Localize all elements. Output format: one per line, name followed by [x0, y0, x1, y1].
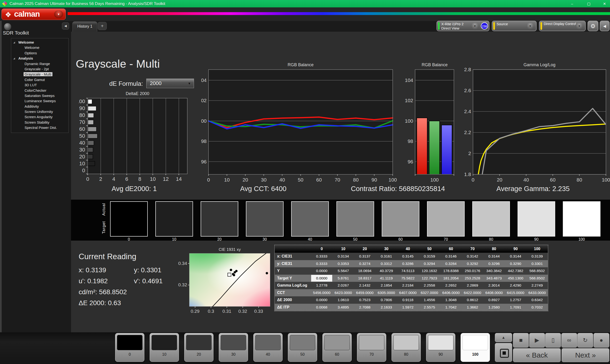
calman-menu-button[interactable]: ❖ calman ▼	[1, 9, 66, 20]
swatch-80	[472, 201, 510, 236]
sidebar-item-additivity[interactable]: Additivity	[11, 104, 68, 109]
refresh-button[interactable]: ↻	[577, 333, 593, 348]
close-button[interactable]: ✕	[599, 0, 610, 7]
svg-text:10: 10	[224, 177, 230, 182]
sidebar-item-welcome[interactable]: Welcome	[11, 45, 68, 50]
table-cell: 5.5647	[332, 267, 354, 275]
sidebar-item-grayscale-2pt[interactable]: Grayscale - 2pt	[11, 66, 68, 72]
swatch-30	[246, 201, 284, 236]
maximize-button[interactable]: ▢	[583, 0, 594, 7]
svg-text:0.33: 0.33	[254, 309, 263, 314]
reading-luminance: cd/m²: 568.8502	[79, 288, 127, 296]
sidebar-item-options[interactable]: Options	[11, 51, 68, 56]
sidebar-item-saturation-sweeps[interactable]: Saturation Sweeps	[11, 93, 68, 98]
table-cell: 2.2184	[397, 282, 419, 289]
tree-expander-icon[interactable]: ◢	[13, 56, 15, 61]
next-button[interactable]: Next »	[562, 348, 609, 362]
source-dropdown[interactable]: Source ▼	[492, 21, 537, 31]
sidebar-item-colorchecker[interactable]: ColorChecker	[11, 88, 68, 93]
svg-text:0: 0	[472, 177, 474, 182]
sidebar-item-welcome[interactable]: ◢Welcome	[11, 40, 68, 45]
meter-dropdown[interactable]: X-Rite i1Pro 2 Direct View ▼ 238	[437, 21, 489, 31]
table-cell: 1.2580	[483, 304, 505, 311]
patch-button-40[interactable]: 40	[253, 333, 283, 362]
svg-text:70: 70	[79, 119, 85, 125]
patch-label: 70	[357, 352, 386, 357]
sidebar-item-screen-uniformity[interactable]: Screen Uniformity	[11, 109, 68, 114]
sidebar-item-3d-lut[interactable]: 3D LUT	[11, 82, 68, 88]
patch-button-20[interactable]: 20	[184, 333, 213, 362]
calman-dropdown-icon[interactable]: ▼	[54, 11, 63, 18]
patch-panel-up-button[interactable]: ▲	[495, 333, 512, 342]
sidebar-item-analysis[interactable]: ◢Analysis	[11, 56, 68, 61]
patch-button-50[interactable]: 50	[288, 333, 317, 362]
add-tab-button[interactable]: +	[98, 22, 107, 30]
chevron-down-icon[interactable]: ▼	[526, 23, 534, 29]
play-button[interactable]: ▶	[529, 333, 545, 348]
table-cell: 2.0267	[332, 282, 354, 289]
de-formula-dropdown[interactable]: 2000 ▼	[146, 78, 194, 88]
sidebar-item-screen-stability[interactable]: Screen Stability	[11, 120, 68, 125]
stat-avg-cct: Avg CCT: 6400	[201, 185, 325, 193]
gear-icon: ⚙	[590, 23, 596, 29]
table-cell: 0.3296	[483, 260, 505, 268]
continuous-button[interactable]: ∞	[561, 333, 577, 348]
sidebar-item-grayscale-multi[interactable]: Grayscale - Multi	[11, 72, 68, 77]
sidebar-item-luminance-sweeps[interactable]: Luminance Sweeps	[11, 98, 68, 104]
display-control-dropdown[interactable]: Direct Display Control ▼	[539, 21, 586, 31]
svg-text:30: 30	[79, 147, 85, 153]
header-row: ❖ calman ▼	[0, 7, 610, 21]
table-column-header: 50	[419, 245, 440, 253]
svg-text:100: 100	[389, 177, 397, 182]
svg-text:96: 96	[408, 159, 413, 164]
table-cell: 0.3146	[440, 253, 462, 260]
meter-device-name: X-Rite i1Pro 2	[441, 22, 464, 26]
patch-button-70[interactable]: 70	[357, 333, 386, 362]
table-cell: 1.7042	[440, 304, 462, 311]
sidebar-item-dynamic-range[interactable]: Dynamic Range	[11, 61, 68, 66]
back-button[interactable]: « Back	[513, 348, 561, 362]
patch-button-80[interactable]: 80	[391, 333, 421, 362]
calman-logo-text: calman	[14, 10, 40, 19]
settings-gear-button[interactable]: ⚙	[588, 21, 598, 31]
chevron-down-icon[interactable]: ▼	[471, 23, 479, 29]
table-cell: 0.3274	[354, 260, 376, 268]
meter-count-badge[interactable]: 238	[481, 22, 488, 29]
table-cell: 3.4895	[332, 304, 354, 311]
sidebar-item-screen-angularity[interactable]: Screen Angularity	[11, 114, 68, 120]
svg-text:2.4: 2.4	[464, 109, 471, 114]
patch-button-0[interactable]: 0	[115, 333, 144, 362]
chevron-down-icon[interactable]: ▼	[575, 23, 583, 29]
patch-button-30[interactable]: 30	[219, 333, 248, 362]
patch-color	[221, 335, 246, 350]
panel-collapse-button[interactable]: ◀	[600, 21, 610, 31]
svg-text:50: 50	[298, 177, 303, 182]
table-row-label: Target Y	[275, 275, 311, 282]
meter-button[interactable]: ▯	[545, 333, 561, 348]
patch-button-90[interactable]: 90	[426, 333, 455, 362]
svg-text:100: 100	[602, 177, 610, 182]
patch-button-10[interactable]: 10	[150, 333, 179, 362]
sidebar-item-color-gamut[interactable]: Color Gamut	[11, 77, 68, 82]
tab-history-1[interactable]: History 1	[72, 21, 97, 32]
stop-button[interactable]: ■	[513, 333, 529, 348]
minimize-button[interactable]: –	[567, 0, 578, 7]
table-selected-cell[interactable]: 0.0000	[311, 275, 332, 282]
patch-button-60[interactable]: 60	[322, 333, 352, 362]
pattern-window-button[interactable]	[495, 343, 512, 362]
table-row-label: y: CIE31	[275, 260, 311, 268]
sidebar-collapse-button[interactable]: ◀	[62, 22, 69, 29]
table-cell: 450.1300	[505, 275, 526, 282]
svg-text:14: 14	[176, 176, 182, 182]
svg-text:20: 20	[243, 177, 248, 182]
tree-expander-icon[interactable]: ◢	[13, 40, 15, 45]
patch-button-100[interactable]: 100	[461, 333, 490, 362]
grayscale-swatch-strip: Actual Target 0102030405060708090100	[71, 200, 610, 241]
sidebar-item-spectral-power-dist[interactable]: Spectral Power Dist.	[11, 125, 68, 130]
patch-color	[186, 335, 212, 350]
table-cell: 41.1119	[376, 275, 397, 282]
svg-text:2.8: 2.8	[464, 67, 471, 72]
svg-text:8: 8	[138, 176, 141, 182]
record-button[interactable]: ●	[594, 333, 609, 348]
sidebar-orb-button[interactable]	[4, 23, 12, 30]
